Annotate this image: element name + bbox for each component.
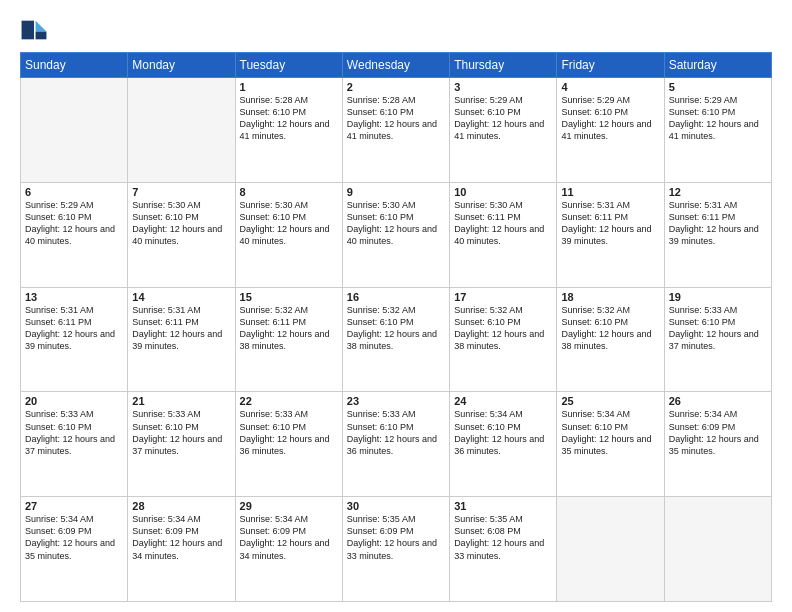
calendar-week-1: 6Sunrise: 5:29 AMSunset: 6:10 PMDaylight… [21, 182, 772, 287]
day-number: 5 [669, 81, 767, 93]
day-number: 7 [132, 186, 230, 198]
day-number: 25 [561, 395, 659, 407]
calendar-cell [664, 497, 771, 602]
day-info: Sunrise: 5:31 AMSunset: 6:11 PMDaylight:… [132, 304, 230, 353]
calendar-header-sunday: Sunday [21, 53, 128, 78]
day-number: 3 [454, 81, 552, 93]
day-info: Sunrise: 5:28 AMSunset: 6:10 PMDaylight:… [347, 94, 445, 143]
day-info: Sunrise: 5:34 AMSunset: 6:09 PMDaylight:… [132, 513, 230, 562]
calendar-cell [557, 497, 664, 602]
day-number: 27 [25, 500, 123, 512]
day-info: Sunrise: 5:32 AMSunset: 6:10 PMDaylight:… [561, 304, 659, 353]
calendar-cell: 20Sunrise: 5:33 AMSunset: 6:10 PMDayligh… [21, 392, 128, 497]
calendar-cell: 1Sunrise: 5:28 AMSunset: 6:10 PMDaylight… [235, 78, 342, 183]
header [20, 16, 772, 44]
day-info: Sunrise: 5:30 AMSunset: 6:11 PMDaylight:… [454, 199, 552, 248]
day-info: Sunrise: 5:29 AMSunset: 6:10 PMDaylight:… [561, 94, 659, 143]
calendar-header-thursday: Thursday [450, 53, 557, 78]
calendar-cell: 30Sunrise: 5:35 AMSunset: 6:09 PMDayligh… [342, 497, 449, 602]
calendar-cell: 12Sunrise: 5:31 AMSunset: 6:11 PMDayligh… [664, 182, 771, 287]
calendar-cell: 6Sunrise: 5:29 AMSunset: 6:10 PMDaylight… [21, 182, 128, 287]
day-info: Sunrise: 5:34 AMSunset: 6:09 PMDaylight:… [240, 513, 338, 562]
day-number: 18 [561, 291, 659, 303]
day-info: Sunrise: 5:32 AMSunset: 6:10 PMDaylight:… [347, 304, 445, 353]
day-info: Sunrise: 5:33 AMSunset: 6:10 PMDaylight:… [347, 408, 445, 457]
svg-marker-2 [36, 32, 47, 40]
calendar-cell: 5Sunrise: 5:29 AMSunset: 6:10 PMDaylight… [664, 78, 771, 183]
day-number: 30 [347, 500, 445, 512]
calendar-cell: 31Sunrise: 5:35 AMSunset: 6:08 PMDayligh… [450, 497, 557, 602]
logo [20, 16, 52, 44]
calendar-cell: 8Sunrise: 5:30 AMSunset: 6:10 PMDaylight… [235, 182, 342, 287]
day-number: 16 [347, 291, 445, 303]
calendar-week-2: 13Sunrise: 5:31 AMSunset: 6:11 PMDayligh… [21, 287, 772, 392]
calendar-cell: 17Sunrise: 5:32 AMSunset: 6:10 PMDayligh… [450, 287, 557, 392]
calendar-cell: 26Sunrise: 5:34 AMSunset: 6:09 PMDayligh… [664, 392, 771, 497]
calendar-header-row: SundayMondayTuesdayWednesdayThursdayFrid… [21, 53, 772, 78]
calendar-cell: 19Sunrise: 5:33 AMSunset: 6:10 PMDayligh… [664, 287, 771, 392]
calendar-cell [128, 78, 235, 183]
calendar-cell: 29Sunrise: 5:34 AMSunset: 6:09 PMDayligh… [235, 497, 342, 602]
day-info: Sunrise: 5:35 AMSunset: 6:09 PMDaylight:… [347, 513, 445, 562]
day-info: Sunrise: 5:30 AMSunset: 6:10 PMDaylight:… [240, 199, 338, 248]
day-number: 22 [240, 395, 338, 407]
calendar-cell: 22Sunrise: 5:33 AMSunset: 6:10 PMDayligh… [235, 392, 342, 497]
day-number: 21 [132, 395, 230, 407]
day-info: Sunrise: 5:29 AMSunset: 6:10 PMDaylight:… [669, 94, 767, 143]
calendar-cell: 3Sunrise: 5:29 AMSunset: 6:10 PMDaylight… [450, 78, 557, 183]
calendar-cell: 10Sunrise: 5:30 AMSunset: 6:11 PMDayligh… [450, 182, 557, 287]
day-number: 13 [25, 291, 123, 303]
day-info: Sunrise: 5:33 AMSunset: 6:10 PMDaylight:… [240, 408, 338, 457]
day-info: Sunrise: 5:29 AMSunset: 6:10 PMDaylight:… [454, 94, 552, 143]
calendar-cell: 13Sunrise: 5:31 AMSunset: 6:11 PMDayligh… [21, 287, 128, 392]
day-info: Sunrise: 5:33 AMSunset: 6:10 PMDaylight:… [25, 408, 123, 457]
day-number: 28 [132, 500, 230, 512]
day-info: Sunrise: 5:28 AMSunset: 6:10 PMDaylight:… [240, 94, 338, 143]
calendar-header-saturday: Saturday [664, 53, 771, 78]
calendar-cell [21, 78, 128, 183]
day-number: 26 [669, 395, 767, 407]
page: SundayMondayTuesdayWednesdayThursdayFrid… [0, 0, 792, 612]
day-info: Sunrise: 5:34 AMSunset: 6:09 PMDaylight:… [25, 513, 123, 562]
day-info: Sunrise: 5:32 AMSunset: 6:11 PMDaylight:… [240, 304, 338, 353]
day-number: 6 [25, 186, 123, 198]
calendar-cell: 23Sunrise: 5:33 AMSunset: 6:10 PMDayligh… [342, 392, 449, 497]
calendar-header-wednesday: Wednesday [342, 53, 449, 78]
day-number: 4 [561, 81, 659, 93]
day-number: 19 [669, 291, 767, 303]
day-info: Sunrise: 5:30 AMSunset: 6:10 PMDaylight:… [347, 199, 445, 248]
calendar-cell: 15Sunrise: 5:32 AMSunset: 6:11 PMDayligh… [235, 287, 342, 392]
calendar-cell: 11Sunrise: 5:31 AMSunset: 6:11 PMDayligh… [557, 182, 664, 287]
day-number: 23 [347, 395, 445, 407]
calendar-cell: 24Sunrise: 5:34 AMSunset: 6:10 PMDayligh… [450, 392, 557, 497]
calendar-cell: 14Sunrise: 5:31 AMSunset: 6:11 PMDayligh… [128, 287, 235, 392]
day-number: 9 [347, 186, 445, 198]
calendar-cell: 2Sunrise: 5:28 AMSunset: 6:10 PMDaylight… [342, 78, 449, 183]
calendar-cell: 18Sunrise: 5:32 AMSunset: 6:10 PMDayligh… [557, 287, 664, 392]
day-info: Sunrise: 5:33 AMSunset: 6:10 PMDaylight:… [669, 304, 767, 353]
day-number: 10 [454, 186, 552, 198]
calendar-header-tuesday: Tuesday [235, 53, 342, 78]
calendar-header-monday: Monday [128, 53, 235, 78]
day-info: Sunrise: 5:31 AMSunset: 6:11 PMDaylight:… [561, 199, 659, 248]
calendar-cell: 27Sunrise: 5:34 AMSunset: 6:09 PMDayligh… [21, 497, 128, 602]
day-number: 1 [240, 81, 338, 93]
day-info: Sunrise: 5:31 AMSunset: 6:11 PMDaylight:… [25, 304, 123, 353]
day-number: 24 [454, 395, 552, 407]
calendar-cell: 21Sunrise: 5:33 AMSunset: 6:10 PMDayligh… [128, 392, 235, 497]
day-number: 15 [240, 291, 338, 303]
day-info: Sunrise: 5:31 AMSunset: 6:11 PMDaylight:… [669, 199, 767, 248]
calendar-cell: 28Sunrise: 5:34 AMSunset: 6:09 PMDayligh… [128, 497, 235, 602]
day-info: Sunrise: 5:35 AMSunset: 6:08 PMDaylight:… [454, 513, 552, 562]
day-number: 14 [132, 291, 230, 303]
day-info: Sunrise: 5:30 AMSunset: 6:10 PMDaylight:… [132, 199, 230, 248]
day-number: 20 [25, 395, 123, 407]
day-number: 17 [454, 291, 552, 303]
calendar-week-0: 1Sunrise: 5:28 AMSunset: 6:10 PMDaylight… [21, 78, 772, 183]
calendar-week-4: 27Sunrise: 5:34 AMSunset: 6:09 PMDayligh… [21, 497, 772, 602]
calendar-cell: 16Sunrise: 5:32 AMSunset: 6:10 PMDayligh… [342, 287, 449, 392]
day-number: 12 [669, 186, 767, 198]
calendar-cell: 9Sunrise: 5:30 AMSunset: 6:10 PMDaylight… [342, 182, 449, 287]
day-info: Sunrise: 5:33 AMSunset: 6:10 PMDaylight:… [132, 408, 230, 457]
day-number: 29 [240, 500, 338, 512]
